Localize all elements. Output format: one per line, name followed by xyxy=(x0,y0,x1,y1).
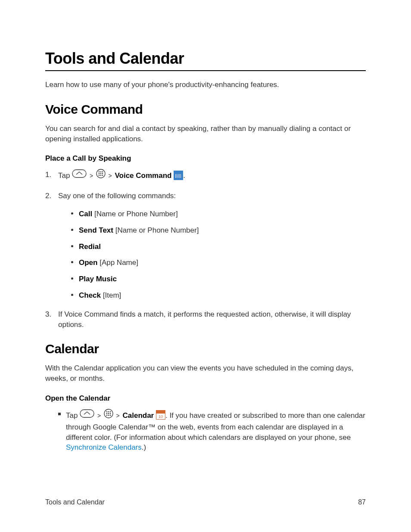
command-item: Call [Name or Phone Number] xyxy=(71,209,366,219)
page-number: 87 xyxy=(358,498,366,506)
svg-point-3 xyxy=(100,171,102,173)
command-item: Check [Item] xyxy=(71,290,366,301)
voice-command-intro: You can search for and dial a contact by… xyxy=(45,124,366,144)
calendar-after-link: .) xyxy=(142,443,146,451)
svg-point-14 xyxy=(108,411,109,413)
voice-command-label: Voice Command xyxy=(115,171,171,180)
svg-point-7 xyxy=(102,173,103,174)
breadcrumb-separator: > xyxy=(109,172,112,179)
calendar-step: Tap > > Calendar . If you have created o… xyxy=(58,410,366,453)
home-icon xyxy=(72,169,87,181)
svg-point-15 xyxy=(110,411,111,413)
voice-step-3: If Voice Command finds a match, it perfo… xyxy=(45,309,366,330)
breadcrumb-separator: > xyxy=(97,412,101,419)
synchronize-calendars-link[interactable]: Synchronize Calendars xyxy=(66,443,142,451)
svg-rect-11 xyxy=(80,410,94,417)
calendar-heading: Calendar xyxy=(45,342,366,356)
apps-icon xyxy=(96,169,106,181)
svg-point-19 xyxy=(106,415,108,416)
voice-step-2: Say one of the following commands: Call … xyxy=(45,191,366,301)
page-footer: Tools and Calendar 87 xyxy=(45,498,366,506)
home-icon xyxy=(80,409,94,421)
svg-point-17 xyxy=(108,413,109,414)
svg-point-13 xyxy=(106,411,108,413)
svg-point-5 xyxy=(99,173,100,174)
svg-point-16 xyxy=(106,413,108,414)
intro-text: Learn how to use many of your phone's pr… xyxy=(45,80,366,90)
calendar-intro: With the Calendar application you can vi… xyxy=(45,363,366,384)
calendar-steps: Tap > > Calendar . If you have created o… xyxy=(45,410,366,453)
command-item: Send Text [Name or Phone Number] xyxy=(71,225,366,236)
place-call-heading: Place a Call by Speaking xyxy=(45,154,366,163)
command-item: Open [App Name] xyxy=(71,258,366,268)
page-title: Tools and Calendar xyxy=(45,50,366,71)
voice-step-1: Tap > > Voice Command . xyxy=(45,170,366,182)
step2-text: Say one of the following commands: xyxy=(58,192,176,200)
svg-point-2 xyxy=(99,171,100,173)
svg-point-21 xyxy=(110,415,111,416)
voice-steps-list: Tap > > Voice Command . Say one of the f… xyxy=(45,170,366,330)
svg-point-18 xyxy=(110,413,111,414)
calendar-label: Calendar xyxy=(122,411,154,420)
svg-point-10 xyxy=(102,175,103,176)
breadcrumb-separator: > xyxy=(116,412,120,419)
svg-point-6 xyxy=(100,173,102,174)
footer-section: Tools and Calendar xyxy=(45,498,105,506)
command-item: Play Music xyxy=(71,274,366,284)
svg-point-8 xyxy=(99,175,100,176)
svg-point-4 xyxy=(102,171,103,173)
tap-label: Tap xyxy=(58,171,70,180)
svg-point-20 xyxy=(108,415,109,416)
commands-list: Call [Name or Phone Number] Send Text [N… xyxy=(58,209,366,301)
calendar-icon xyxy=(156,410,165,420)
command-item: Redial xyxy=(71,242,366,252)
apps-icon xyxy=(104,409,113,421)
svg-rect-0 xyxy=(72,170,86,177)
breadcrumb-separator: > xyxy=(90,172,93,179)
svg-point-9 xyxy=(100,175,102,176)
open-calendar-heading: Open the Calendar xyxy=(45,394,366,403)
voice-command-heading: Voice Command xyxy=(45,102,366,117)
voice-command-icon xyxy=(174,171,183,180)
tap-label: Tap xyxy=(66,411,78,420)
